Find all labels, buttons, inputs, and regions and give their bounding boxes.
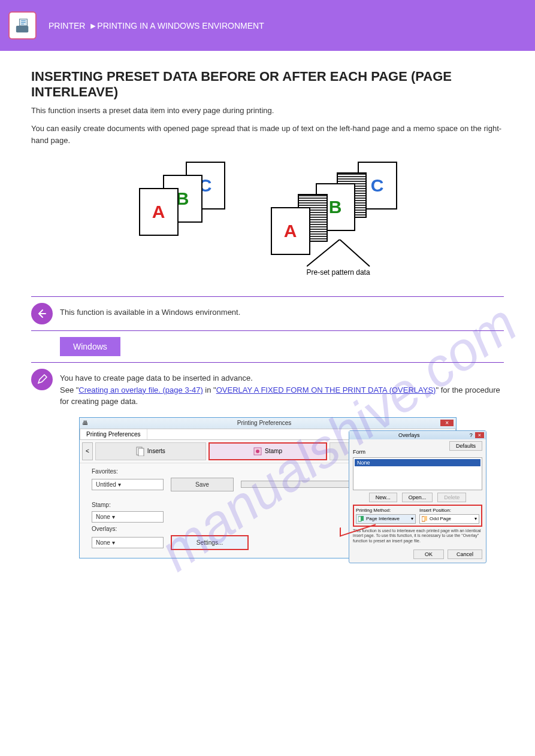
open-button[interactable]: Open... [402,493,433,502]
printer-section-icon [8,11,37,40]
note-row-environment: This function is available in a Windows … [31,296,504,330]
note-row-prereq: You have to create page data to be inser… [31,362,504,414]
windows-badge: Windows [60,337,120,356]
save-button[interactable]: Save [171,478,234,491]
link-creating-overlay[interactable]: Creating an overlay file. (page 3-47) [78,385,202,394]
dialog-note: This function is used to interleave each… [353,529,482,544]
section-heading: INSERTING PRESET DATA BEFORE OR AFTER EA… [31,69,504,100]
platform-badge-row: Windows [31,330,504,362]
svg-rect-3 [138,448,144,456]
tab-stamp[interactable]: Stamp [208,442,328,460]
defaults-button[interactable]: Defaults [449,441,482,451]
overlays-select[interactable]: None ▾ [92,537,164,548]
delete-button[interactable]: Delete [437,493,466,502]
tab-nav-prev[interactable]: < [82,442,93,460]
stamp-select[interactable]: None ▾ [92,511,164,523]
svg-rect-10 [424,516,427,521]
top-banner: PRINTER ►PRINTING IN A WINDOWS ENVIRONME… [0,0,535,51]
interleave-diagram: C B A C B A Pre-set pattern data [31,162,504,275]
odd-page-icon [422,516,428,522]
settings-button[interactable]: Settings... [171,535,249,550]
svg-point-5 [256,450,259,453]
printing-method-label: Printing Method: [356,508,416,513]
dialog-close-icon[interactable]: × [475,432,484,438]
insert-position-label: Insert Position: [419,508,479,513]
overlays-dialog-title: Overlays [398,432,420,438]
pencil-icon [31,369,53,390]
return-icon [31,303,53,324]
ok-button[interactable]: OK [413,549,444,559]
callout-line [307,239,373,269]
section-paragraph-1: This function inserts a preset data item… [31,105,504,117]
screenshot-printing-preferences: 🖶 Printing Preferences × Printing Prefer… [79,417,463,558]
stamp-icon [253,447,262,456]
breadcrumb: PRINTER ►PRINTING IN A WINDOWS ENVIRONME… [49,21,264,31]
inserts-icon [136,447,144,456]
tab-inserts[interactable]: Inserts [95,442,206,460]
insert-position-select[interactable]: Odd Page▾ [419,514,479,524]
tab-printing-preferences[interactable]: Printing Preferences [80,429,147,439]
close-icon[interactable]: × [440,420,454,426]
printer-icon: 🖶 [82,420,88,426]
overlays-dialog: Overlays ?× Defaults Form None New... Op… [349,430,486,563]
cancel-button[interactable]: Cancel [448,549,482,559]
window-titlebar: 🖶 Printing Preferences × [80,418,456,429]
section-paragraph-2: You can easily create documents with ope… [31,123,504,147]
favorites-select[interactable]: Untitled ▾ [92,479,164,490]
diagram-caption: Pre-set pattern data [307,268,370,277]
new-button[interactable]: New... [369,493,397,502]
form-listbox[interactable]: None [353,457,482,490]
link-overlay-fixed-form[interactable]: OVERLAY A FIXED FORM ON THE PRINT DATA (… [216,385,436,394]
svg-rect-0 [16,26,28,32]
